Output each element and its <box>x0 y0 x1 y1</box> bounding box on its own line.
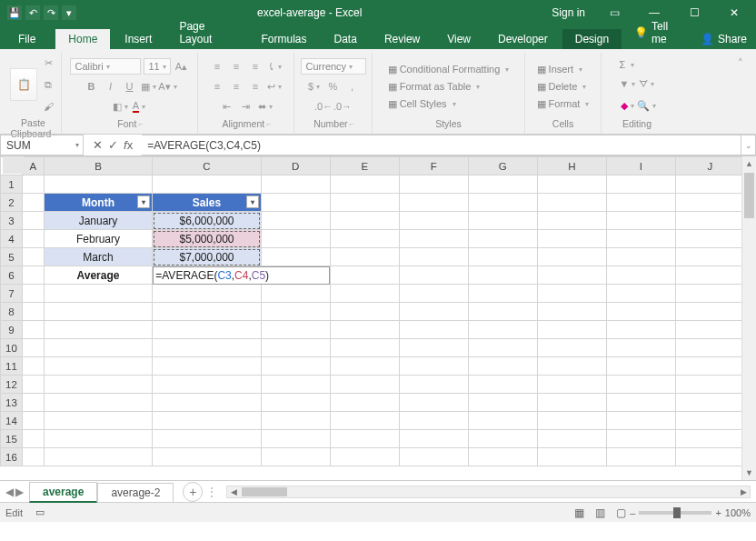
zoom-control[interactable]: – + 100% <box>630 507 751 518</box>
decrease-decimal-icon[interactable]: .0→ <box>334 98 351 115</box>
delete-cells-button[interactable]: ▦Delete <box>537 81 587 93</box>
align-center-icon[interactable]: ≡ <box>228 78 244 95</box>
row-header[interactable]: 14 <box>1 412 23 430</box>
cell-b6[interactable]: Average <box>44 266 152 285</box>
col-header[interactable]: H <box>537 157 606 175</box>
worksheet-grid[interactable]: A B C D E F G H I J 1 2 Month▾ Sales▾ 3 … <box>0 156 756 480</box>
close-button[interactable]: ✕ <box>714 0 754 25</box>
sheet-nav-prev-icon[interactable]: ◀ <box>5 486 14 498</box>
row-header[interactable]: 2 <box>1 194 23 212</box>
increase-font-icon[interactable]: A▴ <box>174 58 190 75</box>
tab-home[interactable]: Home <box>55 29 110 49</box>
redo-icon[interactable]: ↷ <box>44 5 58 20</box>
qat-customize-icon[interactable]: ▾ <box>62 5 76 20</box>
col-header[interactable]: E <box>330 157 399 175</box>
sign-in-button[interactable]: Sign in <box>542 0 594 25</box>
fx-icon[interactable]: fx <box>124 138 133 152</box>
align-top-icon[interactable]: ≡ <box>209 58 225 75</box>
row-header[interactable]: 13 <box>1 394 23 412</box>
font-color-icon[interactable]: A <box>131 98 147 115</box>
conditional-formatting-button[interactable]: ▦Conditional Formatting <box>388 64 510 75</box>
row-header[interactable]: 12 <box>1 376 23 394</box>
zoom-slider[interactable] <box>639 511 711 515</box>
row-header[interactable]: 1 <box>1 175 23 194</box>
increase-indent-icon[interactable]: ⇥ <box>238 98 254 115</box>
cut-icon[interactable]: ✂ <box>40 55 56 71</box>
tab-view[interactable]: View <box>434 29 483 49</box>
row-header[interactable]: 6 <box>1 266 23 285</box>
wrap-text-icon[interactable]: ↩ <box>266 78 283 95</box>
horizontal-scrollbar[interactable]: ◀ ▶ <box>226 486 751 498</box>
italic-icon[interactable]: I <box>103 78 119 95</box>
row-header[interactable]: 11 <box>1 357 23 376</box>
filter-icon[interactable]: ▾ <box>246 195 259 208</box>
hscroll-thumb[interactable] <box>242 487 287 496</box>
share-button[interactable]: 👤Share <box>691 29 756 49</box>
number-format-select[interactable]: Currency <box>301 58 366 75</box>
format-as-table-button[interactable]: ▦Format as Table <box>388 81 481 93</box>
cell-c5[interactable]: $7,000,000 <box>153 248 261 266</box>
scroll-down-icon[interactable]: ▼ <box>742 466 756 480</box>
comma-icon[interactable]: , <box>344 78 361 95</box>
tab-page-layout[interactable]: Page Layout <box>166 16 246 49</box>
row-header[interactable]: 3 <box>1 212 23 230</box>
cancel-formula-icon[interactable]: ✕ <box>93 138 103 152</box>
scroll-left-icon[interactable]: ◀ <box>227 487 240 496</box>
border-icon[interactable]: ▦ <box>141 78 157 95</box>
col-header[interactable]: A <box>22 157 44 175</box>
row-header[interactable]: 7 <box>1 285 23 303</box>
tell-me-button[interactable]: 💡Tell me <box>625 16 690 49</box>
col-header[interactable]: D <box>261 157 330 175</box>
table-header-month[interactable]: Month▾ <box>44 194 152 212</box>
tab-file[interactable]: File <box>9 29 54 49</box>
col-header[interactable]: G <box>468 157 537 175</box>
row-header[interactable]: 10 <box>1 339 23 357</box>
sort-filter-button[interactable]: ᗊ <box>639 75 655 92</box>
align-middle-icon[interactable]: ≡ <box>228 58 244 75</box>
clear-button[interactable]: ◆ <box>620 97 636 114</box>
underline-icon[interactable]: U <box>122 78 138 95</box>
currency-icon[interactable]: $ <box>306 78 323 95</box>
cell-styles-button[interactable]: ▦Cell Styles <box>388 98 456 110</box>
cell-b4[interactable]: February <box>44 230 152 248</box>
cell-b5[interactable]: March <box>44 248 152 266</box>
decrease-font-icon[interactable]: A▾ <box>160 78 176 95</box>
col-header[interactable]: J <box>675 157 744 175</box>
zoom-level[interactable]: 100% <box>725 507 751 518</box>
row-header[interactable]: 8 <box>1 303 23 321</box>
merge-icon[interactable]: ⬌ <box>257 98 274 115</box>
sheet-split-icon[interactable]: ⋮ <box>203 486 221 498</box>
vertical-scrollbar[interactable]: ▲ ▼ <box>741 156 756 480</box>
fill-color-icon[interactable]: ◧ <box>112 98 128 115</box>
sheet-tab-average-2[interactable]: average-2 <box>97 483 174 502</box>
col-header[interactable]: F <box>399 157 468 175</box>
bold-icon[interactable]: B <box>84 78 100 95</box>
cell-c3[interactable]: $6,000,000 <box>153 212 261 230</box>
undo-icon[interactable]: ↶ <box>25 5 40 20</box>
row-header[interactable]: 4 <box>1 230 23 248</box>
new-sheet-button[interactable]: + <box>183 482 203 502</box>
percent-icon[interactable]: % <box>325 78 342 95</box>
row-header[interactable]: 15 <box>1 430 23 448</box>
col-header[interactable]: C <box>153 157 261 175</box>
tab-review[interactable]: Review <box>372 29 433 49</box>
zoom-out-icon[interactable]: – <box>630 507 635 518</box>
page-layout-view-icon[interactable]: ▥ <box>591 506 609 519</box>
col-header[interactable]: I <box>606 157 675 175</box>
scroll-right-icon[interactable]: ▶ <box>737 487 750 496</box>
autosum-button[interactable]: Σ <box>620 59 635 70</box>
row-header[interactable]: 5 <box>1 248 23 266</box>
tab-insert[interactable]: Insert <box>112 29 164 49</box>
scroll-thumb[interactable] <box>744 173 754 218</box>
col-header[interactable]: B <box>44 157 152 175</box>
paste-icon[interactable]: 📋 <box>10 68 37 101</box>
select-all-corner[interactable] <box>3 156 25 175</box>
normal-view-icon[interactable]: ▦ <box>570 506 588 519</box>
sheet-tab-average[interactable]: average <box>29 482 97 503</box>
align-left-icon[interactable]: ≡ <box>209 78 225 95</box>
align-right-icon[interactable]: ≡ <box>247 78 264 95</box>
align-bottom-icon[interactable]: ≡ <box>247 58 264 75</box>
cell-b3[interactable]: January <box>44 212 152 230</box>
tab-developer[interactable]: Developer <box>485 29 561 49</box>
tab-formulas[interactable]: Formulas <box>249 29 320 49</box>
